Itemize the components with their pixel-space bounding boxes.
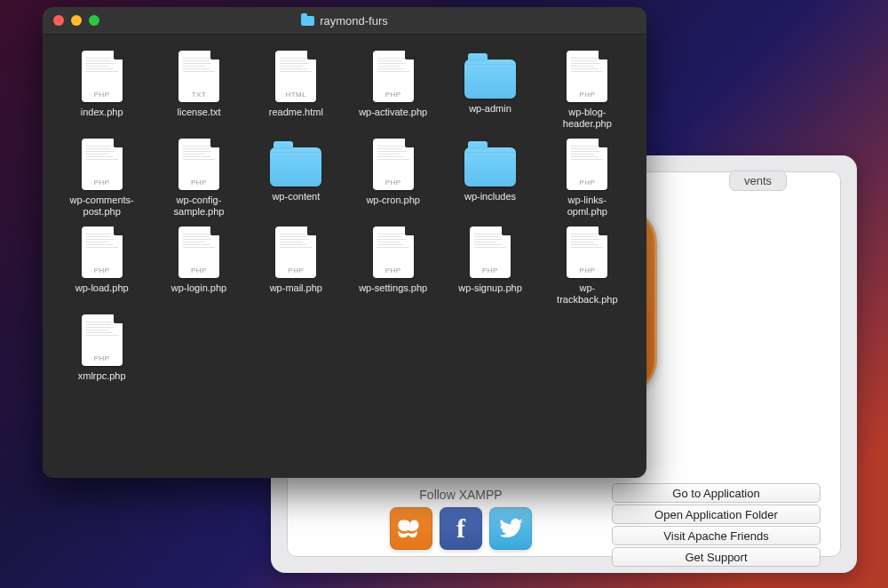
folder-icon [270,147,321,187]
item-label: wp-config- sample.php [174,195,225,218]
finder-titlebar[interactable]: raymond-furs [43,7,646,35]
file-icon: TXT [178,51,219,102]
file-item[interactable]: PHPwp-signup.php [443,226,536,306]
file-item[interactable]: PHPwp-blog- header.php [541,51,634,130]
file-icon: PHP [82,226,123,278]
folder-icon [464,60,516,99]
window-title: raymond-furs [43,14,646,28]
file-item[interactable]: PHPwp-links- opml.php [541,139,634,218]
file-ext-label: PHP [567,266,607,274]
go-to-application-button[interactable]: Go to Application [612,483,821,503]
file-ext-label: PHP [82,354,123,362]
facebook-button[interactable]: f [440,507,482,550]
desktop-background: vents Follow XAMPP f [0,0,888,588]
twitter-icon [497,515,524,542]
item-label: wp-settings.php [359,282,427,294]
file-ext-label: PHP [82,266,123,274]
folder-item[interactable]: wp-includes [443,139,536,218]
file-item[interactable]: HTMLreadme.html [250,51,343,130]
file-ext-label: HTML [275,91,316,99]
file-ext-label: PHP [82,91,123,99]
facebook-icon: f [456,513,465,544]
file-ext-label: PHP [82,179,123,187]
item-label: wp-comments- post.php [70,195,134,218]
file-item[interactable]: PHPwp-activate.php [346,51,440,130]
twitter-button[interactable] [489,507,532,550]
file-icon: PHP [567,226,607,278]
file-icon: PHP [567,139,607,190]
item-label: wp-cron.php [366,195,420,206]
file-ext-label: PHP [567,179,607,187]
file-item[interactable]: PHPwp- trackback.php [541,226,634,306]
file-icon: PHP [178,226,219,278]
file-ext-label: PHP [373,91,414,99]
follow-label: Follow XAMPP [390,488,532,502]
open-application-folder-button[interactable]: Open Application Folder [612,505,821,524]
get-support-button[interactable]: Get Support [612,547,821,567]
item-label: wp-load.php [75,282,129,294]
file-icon: PHP [567,51,607,102]
file-item[interactable]: PHPwp-config- sample.php [152,139,245,218]
file-icon: PHP [178,139,219,190]
file-icon: HTML [275,51,316,102]
item-label: xmlrpc.php [78,370,126,382]
folder-item[interactable]: wp-admin [443,51,536,130]
item-label: wp-signup.php [458,282,522,294]
file-item[interactable]: PHPwp-mail.php [250,226,343,306]
item-label: wp-activate.php [359,107,427,118]
xampp-social-button[interactable] [390,507,432,550]
file-item[interactable]: PHPwp-login.php [152,226,245,306]
file-icon: PHP [470,226,511,278]
folder-icon [301,16,314,26]
folder-item[interactable]: wp-content [250,139,343,218]
item-label: license.txt [178,107,221,118]
item-label: wp-login.php [171,282,226,294]
file-item[interactable]: PHPxmlrpc.php [55,314,148,382]
file-ext-label: PHP [178,179,219,187]
file-item[interactable]: PHPindex.php [55,51,148,130]
action-buttons: Go to Application Open Application Folde… [612,483,821,567]
file-item[interactable]: PHPwp-settings.php [346,226,440,306]
file-item[interactable]: PHPwp-comments- post.php [55,139,148,218]
file-item[interactable]: TXTlicense.txt [152,51,245,130]
folder-icon [464,147,516,187]
file-icon: PHP [82,139,123,190]
file-ext-label: PHP [470,266,511,274]
file-ext-label: TXT [178,91,219,99]
item-label: wp- trackback.php [557,282,617,306]
follow-section: Follow XAMPP f [390,488,532,550]
file-item[interactable]: PHPwp-load.php [55,226,148,306]
file-ext-label: PHP [178,266,219,274]
tab-events-fragment[interactable]: vents [729,171,787,191]
item-label: wp-blog- header.php [563,107,612,130]
finder-icon-grid: PHPindex.phpTXTlicense.txtHTMLreadme.htm… [43,35,646,398]
visit-apache-friends-button[interactable]: Visit Apache Friends [612,526,821,545]
file-ext-label: PHP [567,91,607,99]
social-row: f [390,507,532,550]
file-icon: PHP [82,51,123,102]
item-label: wp-mail.php [270,282,322,294]
file-icon: PHP [373,139,414,190]
item-label: wp-admin [469,103,511,115]
item-label: readme.html [269,107,323,118]
item-label: wp-content [272,191,320,203]
xampp-icon [396,516,426,541]
item-label: wp-includes [464,191,516,203]
file-icon: PHP [275,226,316,278]
file-icon: PHP [82,314,123,366]
item-label: wp-links- opml.php [567,195,607,218]
file-ext-label: PHP [373,179,414,187]
file-item[interactable]: PHPwp-cron.php [346,139,440,218]
file-ext-label: PHP [373,266,414,274]
window-title-text: raymond-furs [320,14,388,28]
finder-window: raymond-furs PHPindex.phpTXTlicense.txtH… [43,7,646,478]
file-ext-label: PHP [275,266,316,274]
file-icon: PHP [373,226,414,278]
item-label: index.php [81,107,123,118]
file-icon: PHP [373,51,414,102]
